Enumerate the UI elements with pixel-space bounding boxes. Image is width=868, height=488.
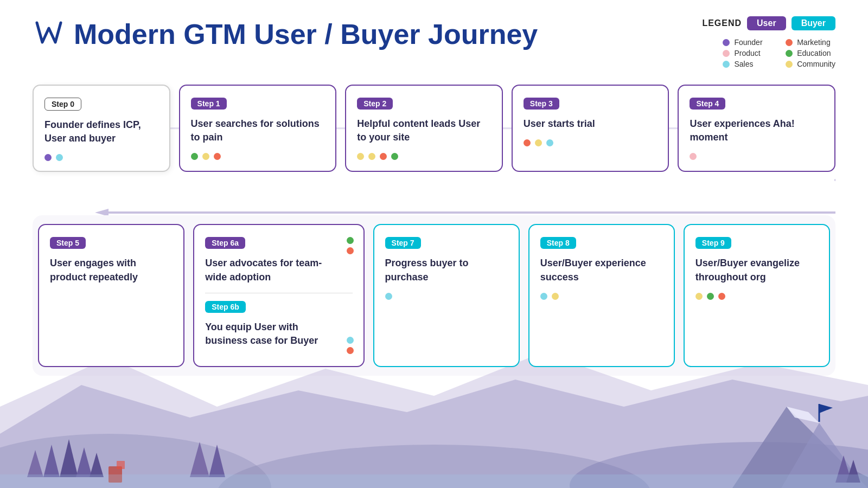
step-card-7: Step 7 Progress buyer to purchase [373,224,520,367]
education-dot [786,50,793,57]
product-dot [723,50,730,57]
marketing-label: Marketing [797,38,830,47]
legend-item-education: Education [786,49,835,57]
step2-dots [357,153,491,160]
step-card-0: Step 0 Founder defines ICP, User and buy… [33,85,170,172]
logo-icon [33,16,65,53]
step8-dot2 [552,293,559,300]
step-card-2: Step 2 Helpful content leads User to you… [345,85,503,172]
journey-row-top: Step 0 Founder defines ICP, User and buy… [33,85,835,172]
step7-badge: Step 7 [385,237,421,249]
step9-badge: Step 9 [695,237,731,249]
community-label: Community [797,60,835,68]
step-card-8: Step 8 User/Buyer experience success [528,224,675,367]
step4-dots [690,153,824,160]
step-card-6: Step 6a User advocates for team-wide ado… [193,224,364,367]
step8-dots [540,293,663,300]
title-area: Modern GTM User / Buyer Journey [33,16,538,53]
svg-rect-18 [117,461,125,469]
step3-dot2 [535,139,542,146]
step8-dot1 [540,293,547,300]
legend-item-marketing: Marketing [786,38,835,47]
step4-badge: Step 4 [690,98,725,110]
step0-dot-founder [44,154,52,161]
legend-item-sales: Sales [723,60,773,68]
legend-title: LEGEND [702,18,742,28]
step-card-4: Step 4 User experiences Aha! moment [678,85,835,172]
legend-user-badge: User [747,16,786,30]
step6a-dot2 [347,247,354,254]
step-card-1: Step 1 User searches for solutions to pa… [179,85,337,172]
step6a-dots-right [347,237,354,254]
legend-item-product: Product [723,49,773,57]
step0-text: Founder defines ICP, User and buyer [44,118,158,145]
step3-dot3 [546,139,553,146]
step1-text: User searches for solutions to pain [191,117,325,144]
step9-dots [695,293,818,300]
step0-dots [44,154,158,161]
step8-badge: Step 8 [540,237,576,249]
svg-marker-22 [95,209,108,215]
step1-dot-mkt [214,153,221,160]
step1-dots [191,153,325,160]
step6-divider [205,293,352,293]
step3-text: User starts trial [524,117,658,131]
journey-row-bottom-wrapper: Step 5 User engages with product repeate… [33,215,835,376]
step0-dot-sales [56,154,63,161]
founder-label: Founder [734,38,762,47]
step7-dot1 [385,293,392,300]
step8-text: User/Buyer experience success [540,256,663,284]
step6b-badge: Step 6b [205,301,246,313]
step1-dot-edu [191,153,198,160]
founder-dot [723,39,730,46]
legend-dots-grid: Founder Marketing Product Education Sale… [723,38,835,68]
step3-dots [524,139,658,146]
journey-wrapper: Step 0 Founder defines ICP, User and buy… [33,85,835,376]
step3-badge: Step 3 [524,98,559,110]
step0-badge: Step 0 [44,98,81,111]
marketing-dot [786,39,793,46]
step9-text: User/Buyer evangelize throughout org [695,256,818,284]
legend-item-community: Community [786,60,835,68]
education-label: Education [797,49,831,57]
step3-dot1 [524,139,531,146]
step6a-dot1 [347,237,354,244]
step9-dot2 [707,293,714,300]
legend-buyer-badge: Buyer [792,16,835,30]
step4-dot1 [690,153,697,160]
step6b-dot1 [347,337,354,344]
step6a-text: User advocates for team-wide adoption [205,256,352,284]
page-title: Modern GTM User / Buyer Journey [74,19,538,50]
step2-dot4 [391,153,398,160]
step7-text: Progress buyer to purchase [385,256,508,284]
step9-dot1 [695,293,703,300]
step7-dots [385,293,508,300]
step6b-text: You equip User with business case for Bu… [205,320,352,348]
step2-badge: Step 2 [357,98,393,110]
step2-text: Helpful content leads User to your site [357,117,491,144]
step9-dot3 [718,293,725,300]
step2-dot1 [357,153,364,160]
step4-text: User experiences Aha! moment [690,117,824,144]
step6a-badge: Step 6a [205,237,245,249]
step1-dot-comm [202,153,209,160]
step-card-5: Step 5 User engages with product repeate… [38,224,184,367]
journey-row-bottom: Step 5 User engages with product repeate… [38,224,830,367]
step5-badge: Step 5 [50,237,86,249]
sales-label: Sales [734,60,753,68]
step6b-dot2 [347,347,354,354]
step-card-3: Step 3 User starts trial [512,85,669,172]
community-dot [786,61,793,68]
legend-item-founder: Founder [723,38,773,47]
step5-text: User engages with product repeatedly [50,256,173,284]
header: Modern GTM User / Buyer Journey LEGEND U… [33,16,835,68]
step1-badge: Step 1 [191,98,227,110]
step2-dot2 [368,153,375,160]
sales-dot [723,61,730,68]
svg-rect-19 [0,474,868,488]
step6b-dots-right [347,337,354,354]
product-label: Product [734,49,760,57]
row-connector [33,177,835,215]
step-card-9: Step 9 User/Buyer evangelize throughout … [684,224,830,367]
step2-dot3 [380,153,387,160]
